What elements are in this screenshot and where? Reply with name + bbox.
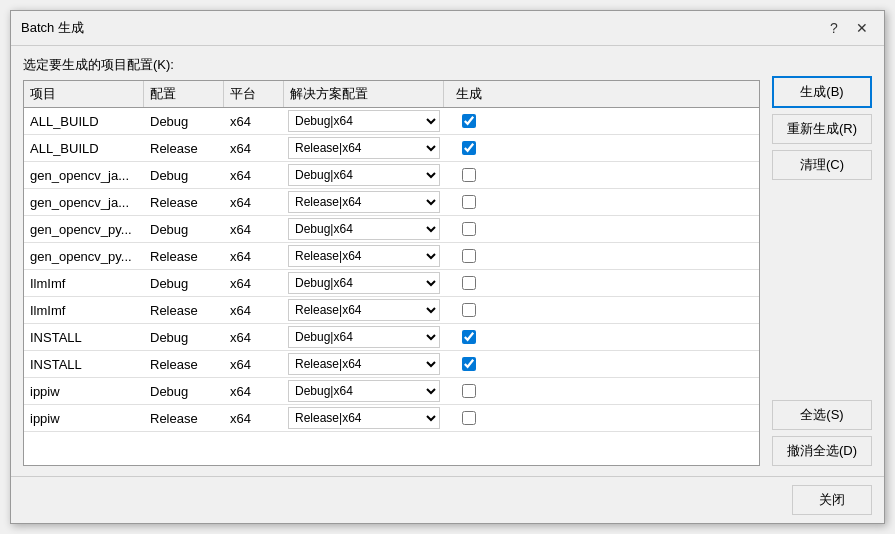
cell-platform: x64 bbox=[224, 327, 284, 348]
table-row: ALL_BUILD Debug x64 Debug|x64 bbox=[24, 108, 759, 135]
solution-select-4[interactable]: Debug|x64 bbox=[288, 218, 440, 240]
help-button[interactable]: ? bbox=[822, 17, 846, 39]
col-header-solution: 解决方案配置 bbox=[284, 81, 444, 107]
build-checkbox-10[interactable] bbox=[462, 384, 476, 398]
table-row: ALL_BUILD Release x64 Release|x64 bbox=[24, 135, 759, 162]
solution-select-1[interactable]: Release|x64 bbox=[288, 137, 440, 159]
left-panel: 选定要生成的项目配置(K): 项目 配置 平台 解决方案配置 生成 ALL_BU… bbox=[23, 56, 760, 466]
table-row: ippiw Release x64 Release|x64 bbox=[24, 405, 759, 432]
table-label: 选定要生成的项目配置(K): bbox=[23, 56, 760, 74]
cell-solution: Release|x64 bbox=[284, 243, 444, 269]
cell-project: gen_opencv_py... bbox=[24, 246, 144, 267]
table-row: gen_opencv_ja... Release x64 Release|x64 bbox=[24, 189, 759, 216]
build-checkbox-11[interactable] bbox=[462, 411, 476, 425]
cell-platform: x64 bbox=[224, 381, 284, 402]
cell-solution: Release|x64 bbox=[284, 297, 444, 323]
solution-select-2[interactable]: Debug|x64 bbox=[288, 164, 440, 186]
table-row: gen_opencv_py... Release x64 Release|x64 bbox=[24, 243, 759, 270]
solution-select-8[interactable]: Debug|x64 bbox=[288, 326, 440, 348]
cell-config: Debug bbox=[144, 165, 224, 186]
cell-project: IlmImf bbox=[24, 300, 144, 321]
solution-select-9[interactable]: Release|x64 bbox=[288, 353, 440, 375]
cell-project: gen_opencv_ja... bbox=[24, 192, 144, 213]
cell-solution: Debug|x64 bbox=[284, 108, 444, 134]
cell-build bbox=[444, 384, 494, 398]
solution-select-11[interactable]: Release|x64 bbox=[288, 407, 440, 429]
cell-solution: Release|x64 bbox=[284, 189, 444, 215]
build-checkbox-0[interactable] bbox=[462, 114, 476, 128]
dialog-body: 选定要生成的项目配置(K): 项目 配置 平台 解决方案配置 生成 ALL_BU… bbox=[11, 46, 884, 476]
cell-platform: x64 bbox=[224, 219, 284, 240]
cell-config: Debug bbox=[144, 273, 224, 294]
cell-project: gen_opencv_ja... bbox=[24, 165, 144, 186]
table-row: INSTALL Release x64 Release|x64 bbox=[24, 351, 759, 378]
cell-build bbox=[444, 114, 494, 128]
col-header-config: 配置 bbox=[144, 81, 224, 107]
cell-config: Release bbox=[144, 408, 224, 429]
col-header-platform: 平台 bbox=[224, 81, 284, 107]
cell-platform: x64 bbox=[224, 138, 284, 159]
cell-config: Release bbox=[144, 246, 224, 267]
close-button[interactable]: 关闭 bbox=[792, 485, 872, 515]
cell-solution: Debug|x64 bbox=[284, 216, 444, 242]
cell-solution: Release|x64 bbox=[284, 405, 444, 431]
cell-platform: x64 bbox=[224, 300, 284, 321]
window-close-button[interactable]: ✕ bbox=[850, 17, 874, 39]
table-row: IlmImf Release x64 Release|x64 bbox=[24, 297, 759, 324]
title-bar: Batch 生成 ? ✕ bbox=[11, 11, 884, 46]
cell-solution: Debug|x64 bbox=[284, 324, 444, 350]
solution-select-5[interactable]: Release|x64 bbox=[288, 245, 440, 267]
select-all-button[interactable]: 全选(S) bbox=[772, 400, 872, 430]
build-checkbox-1[interactable] bbox=[462, 141, 476, 155]
cell-config: Debug bbox=[144, 219, 224, 240]
cell-platform: x64 bbox=[224, 273, 284, 294]
cell-project: ALL_BUILD bbox=[24, 111, 144, 132]
cell-build bbox=[444, 330, 494, 344]
build-checkbox-8[interactable] bbox=[462, 330, 476, 344]
cell-solution: Debug|x64 bbox=[284, 270, 444, 296]
rebuild-button[interactable]: 重新生成(R) bbox=[772, 114, 872, 144]
solution-select-3[interactable]: Release|x64 bbox=[288, 191, 440, 213]
batch-build-dialog: Batch 生成 ? ✕ 选定要生成的项目配置(K): 项目 配置 平台 解决方… bbox=[10, 10, 885, 524]
cell-project: ippiw bbox=[24, 408, 144, 429]
solution-select-10[interactable]: Debug|x64 bbox=[288, 380, 440, 402]
table-row: gen_opencv_py... Debug x64 Debug|x64 bbox=[24, 216, 759, 243]
cell-config: Debug bbox=[144, 327, 224, 348]
cell-build bbox=[444, 411, 494, 425]
cell-project: gen_opencv_py... bbox=[24, 219, 144, 240]
cell-solution: Release|x64 bbox=[284, 351, 444, 377]
clean-button[interactable]: 清理(C) bbox=[772, 150, 872, 180]
cell-config: Release bbox=[144, 138, 224, 159]
table-row: ippiw Debug x64 Debug|x64 bbox=[24, 378, 759, 405]
build-checkbox-2[interactable] bbox=[462, 168, 476, 182]
cell-solution: Debug|x64 bbox=[284, 162, 444, 188]
build-checkbox-3[interactable] bbox=[462, 195, 476, 209]
dialog-title: Batch 生成 bbox=[21, 19, 84, 37]
build-checkbox-5[interactable] bbox=[462, 249, 476, 263]
cell-platform: x64 bbox=[224, 165, 284, 186]
table-row: INSTALL Debug x64 Debug|x64 bbox=[24, 324, 759, 351]
cell-config: Release bbox=[144, 354, 224, 375]
solution-select-0[interactable]: Debug|x64 bbox=[288, 110, 440, 132]
cell-platform: x64 bbox=[224, 111, 284, 132]
cell-build bbox=[444, 141, 494, 155]
build-checkbox-4[interactable] bbox=[462, 222, 476, 236]
deselect-all-button[interactable]: 撤消全选(D) bbox=[772, 436, 872, 466]
cell-config: Debug bbox=[144, 111, 224, 132]
cell-build bbox=[444, 303, 494, 317]
col-header-build: 生成 bbox=[444, 81, 494, 107]
cell-project: IlmImf bbox=[24, 273, 144, 294]
solution-select-6[interactable]: Debug|x64 bbox=[288, 272, 440, 294]
build-button[interactable]: 生成(B) bbox=[772, 76, 872, 108]
build-checkbox-6[interactable] bbox=[462, 276, 476, 290]
cell-platform: x64 bbox=[224, 354, 284, 375]
build-checkbox-9[interactable] bbox=[462, 357, 476, 371]
cell-config: Debug bbox=[144, 381, 224, 402]
solution-select-7[interactable]: Release|x64 bbox=[288, 299, 440, 321]
cell-project: ippiw bbox=[24, 381, 144, 402]
cell-build bbox=[444, 195, 494, 209]
build-checkbox-7[interactable] bbox=[462, 303, 476, 317]
bottom-bar: 关闭 bbox=[11, 476, 884, 523]
table-body: ALL_BUILD Debug x64 Debug|x64 ALL_BUILD … bbox=[24, 108, 759, 465]
cell-project: INSTALL bbox=[24, 354, 144, 375]
